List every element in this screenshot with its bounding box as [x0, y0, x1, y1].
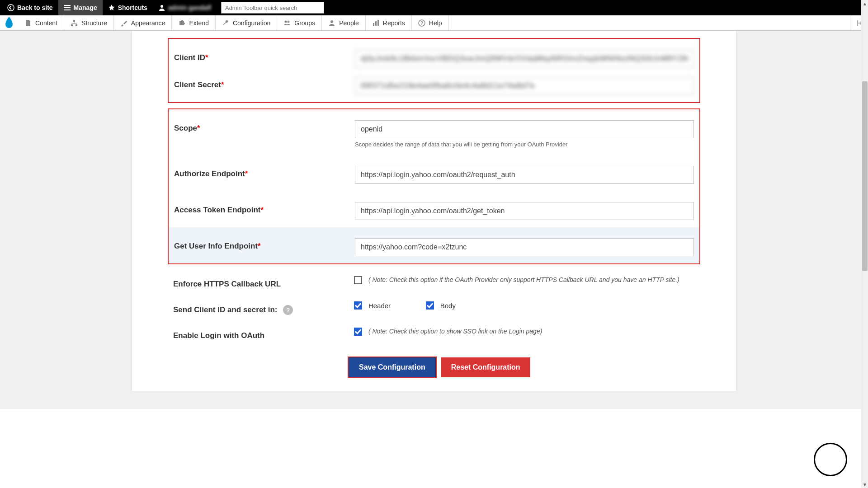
shortcuts-link[interactable]: Shortcuts [103, 0, 153, 15]
client-id-input[interactable] [355, 50, 694, 68]
endpoints-box: Scope* Scope decides the range of data t… [168, 108, 700, 264]
scroll-up-icon[interactable]: ▲ [861, 0, 868, 7]
manage-toggle[interactable]: Manage [58, 0, 103, 15]
user-name-label: admin gandalf [168, 4, 211, 11]
authorize-input[interactable] [355, 166, 694, 184]
scroll-thumb[interactable] [862, 81, 868, 271]
menu-people[interactable]: People [322, 15, 366, 30]
shortcuts-label: Shortcuts [118, 4, 147, 11]
enable-oauth-label: Enable Login with OAuth [173, 328, 354, 340]
menu-content[interactable]: Content [18, 15, 64, 30]
menu-groups[interactable]: Groups [277, 15, 322, 30]
client-secret-label: Client Secret* [174, 77, 355, 95]
info-icon[interactable]: ? [283, 305, 293, 315]
tree-icon [71, 19, 78, 27]
svg-point-5 [285, 20, 287, 23]
sendin-header-label: Header [368, 302, 391, 310]
menu-help[interactable]: ? Help [412, 15, 449, 30]
menu-configuration[interactable]: Configuration [216, 15, 277, 30]
menu-extend-label: Extend [189, 19, 209, 27]
menu-help-label: Help [429, 19, 442, 27]
scope-hint: Scope decides the range of data that you… [355, 141, 694, 148]
menu-appearance[interactable]: Appearance [114, 15, 172, 30]
svg-rect-8 [373, 23, 374, 26]
authorize-label: Authorize Endpoint* [174, 166, 355, 184]
svg-point-6 [288, 20, 290, 23]
menu-content-label: Content [35, 19, 57, 27]
menu-structure-label: Structure [81, 19, 107, 27]
file-icon [24, 19, 32, 27]
puzzle-icon [178, 19, 185, 27]
star-icon [108, 4, 115, 11]
sendin-body-checkbox[interactable] [426, 301, 434, 310]
svg-point-1 [160, 5, 163, 8]
back-to-site-label: Back to site [17, 4, 53, 11]
reset-configuration-button[interactable]: Reset Configuration [441, 357, 530, 377]
svg-text:?: ? [420, 21, 423, 26]
svg-point-7 [330, 20, 333, 23]
menu-groups-label: Groups [294, 19, 315, 27]
enforce-https-label: Enforce HTTPS Callback URL [173, 276, 354, 289]
enable-oauth-note: ( Note: Check this option to show SSO li… [368, 328, 542, 335]
svg-rect-2 [73, 20, 75, 22]
client-id-label: Client ID* [174, 50, 355, 68]
enforce-https-note: ( Note: Check this option if the OAuth P… [368, 276, 679, 283]
form-actions: Save Configuration Reset Configuration [168, 357, 700, 377]
admin-topbar: Back to site Manage Shortcuts admin gand… [0, 0, 868, 15]
drupal-logo[interactable] [0, 15, 18, 30]
userinfo-input[interactable] [355, 238, 694, 256]
client-secret-input[interactable] [355, 77, 694, 95]
menu-appearance-label: Appearance [131, 19, 165, 27]
enforce-https-checkbox[interactable] [354, 276, 362, 284]
enable-oauth-checkbox[interactable] [354, 328, 362, 336]
admin-search-wrap [221, 2, 324, 14]
menu-people-label: People [339, 19, 359, 27]
groups-icon [283, 19, 291, 27]
help-icon: ? [418, 19, 425, 27]
wrench-icon [222, 19, 229, 27]
svg-point-0 [8, 5, 14, 11]
svg-rect-3 [71, 24, 73, 26]
svg-rect-10 [377, 20, 379, 26]
scope-label: Scope* [174, 120, 355, 148]
people-icon [328, 19, 335, 27]
admin-menu-bar: Content Structure Appearance Extend Conf… [0, 15, 868, 31]
user-icon [158, 4, 165, 11]
client-credentials-box: Client ID* Client Secret* [168, 38, 700, 103]
menu-reports-label: Reports [383, 19, 405, 27]
hamburger-icon [64, 4, 71, 11]
back-arrow-icon [7, 4, 14, 11]
save-configuration-button[interactable]: Save Configuration [349, 357, 436, 377]
svg-rect-4 [75, 24, 77, 26]
svg-rect-9 [375, 21, 377, 26]
scope-input[interactable] [355, 120, 694, 138]
menu-structure[interactable]: Structure [64, 15, 114, 30]
sendin-label: Send Client ID and secret in: ? [173, 301, 354, 315]
back-to-site-link[interactable]: Back to site [2, 0, 58, 15]
token-label: Access Token Endpoint* [174, 202, 355, 220]
menu-configuration-label: Configuration [233, 19, 270, 27]
brush-icon [120, 19, 127, 27]
bar-chart-icon [372, 19, 379, 27]
vertical-scrollbar[interactable]: ▲ ▼ [861, 0, 868, 409]
userinfo-label: Get User Info Endpoint* [174, 238, 355, 256]
menu-extend[interactable]: Extend [172, 15, 216, 30]
menu-reports[interactable]: Reports [366, 15, 412, 30]
sendin-header-checkbox[interactable] [354, 301, 362, 310]
admin-search-input[interactable] [221, 2, 324, 14]
sendin-body-label: Body [440, 302, 456, 310]
user-menu[interactable]: admin gandalf [153, 0, 217, 15]
token-input[interactable] [355, 202, 694, 220]
manage-label: Manage [74, 4, 97, 11]
